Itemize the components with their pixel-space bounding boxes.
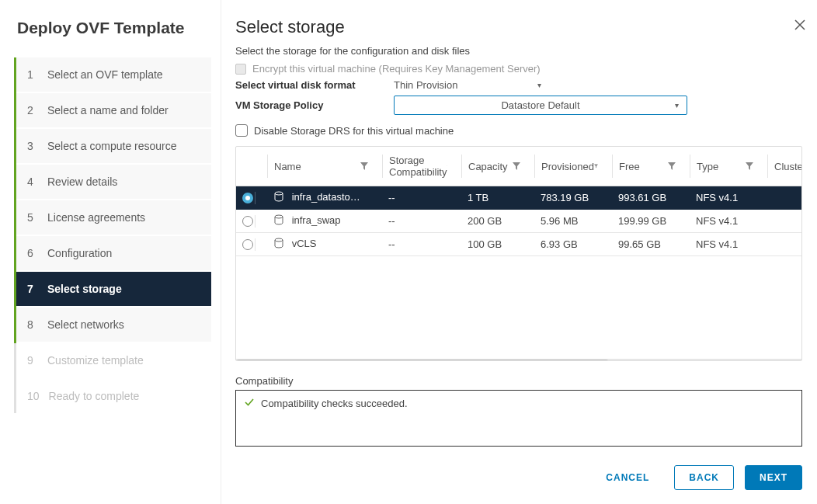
storage-policy-row: VM Storage Policy Datastore Default ▾ <box>235 96 812 115</box>
col-free-label: Free <box>619 161 640 172</box>
step-configuration[interactable]: 6 Configuration <box>16 236 211 272</box>
storage-policy-value: Datastore Default <box>501 99 579 111</box>
step-select-ovf-template[interactable]: 1 Select an OVF template <box>16 57 211 93</box>
col-name[interactable]: Name <box>267 147 382 186</box>
step-select-networks[interactable]: 8 Select networks <box>16 308 211 343</box>
table-row[interactable]: infra_swap -- 200 GB 5.96 MB 199.99 GB N… <box>236 210 802 233</box>
cell-provisioned: 5.96 MB <box>534 210 612 233</box>
filter-icon[interactable] <box>668 162 676 170</box>
step-label: Select a name and folder <box>47 104 169 116</box>
step-ready-to-complete: 10 Ready to complete <box>16 379 211 413</box>
cell-capacity: 200 GB <box>461 210 534 233</box>
cell-free: 199.99 GB <box>612 210 690 233</box>
step-number: 6 <box>27 247 38 259</box>
col-capacity-label: Capacity <box>468 161 508 172</box>
step-label: Review details <box>47 176 117 188</box>
table-row[interactable]: infra_datasto… -- 1 TB 783.19 GB 993.61 … <box>236 186 802 210</box>
table-h-scrollbar[interactable] <box>236 359 801 361</box>
col-provisioned-label: Provisioned <box>541 161 594 172</box>
disk-format-value: Thin Provision <box>394 79 457 91</box>
encrypt-row: Encrypt this virtual machine (Requires K… <box>235 63 812 75</box>
step-number: 10 <box>27 390 40 402</box>
cell-type: NFS v4.1 <box>690 233 767 256</box>
cell-storage-compat: -- <box>382 186 461 210</box>
filter-icon[interactable] <box>447 162 447 170</box>
step-label: Select storage <box>47 283 122 295</box>
step-number: 5 <box>27 211 38 224</box>
check-icon <box>244 397 255 410</box>
encrypt-checkbox <box>235 64 246 75</box>
filter-icon[interactable] <box>513 162 520 170</box>
compatibility-label: Compatibility <box>235 375 812 387</box>
next-button[interactable]: NEXT <box>745 465 802 490</box>
table-empty-space <box>236 256 801 359</box>
step-number: 3 <box>27 140 38 152</box>
cancel-button[interactable]: CANCEL <box>592 466 663 489</box>
col-provisioned[interactable]: Provisioned <box>534 147 612 186</box>
row-radio[interactable] <box>242 216 253 227</box>
step-select-storage[interactable]: 7 Select storage <box>16 272 211 308</box>
step-select-name-folder[interactable]: 2 Select a name and folder <box>16 93 211 129</box>
cell-type: NFS v4.1 <box>690 186 767 210</box>
chevron-down-icon: ▾ <box>675 101 679 109</box>
cell-name: vCLS <box>292 238 317 249</box>
disable-drs-row: Disable Storage DRS for this virtual mac… <box>235 124 812 137</box>
compatibility-row: Compatibility checks succeeded. <box>244 397 794 410</box>
filter-icon[interactable] <box>594 162 598 170</box>
cell-provisioned: 6.93 GB <box>534 233 612 256</box>
wizard-footer: CANCEL BACK NEXT <box>235 465 802 490</box>
col-storage-compat-label: Storage Compatibility <box>389 155 447 178</box>
close-icon[interactable] <box>794 17 806 35</box>
step-number: 8 <box>27 318 38 331</box>
scrollbar-thumb[interactable] <box>236 360 609 361</box>
storage-policy-select[interactable]: Datastore Default ▾ <box>394 96 687 115</box>
row-radio[interactable] <box>242 193 253 203</box>
main-panel: Select storage Select the storage for th… <box>221 0 817 504</box>
wizard-steps: 1 Select an OVF template 2 Select a name… <box>14 57 211 413</box>
chevron-down-icon: ▾ <box>537 81 541 89</box>
disk-format-row: Select virtual disk format Thin Provisio… <box>235 79 812 91</box>
disk-format-select[interactable]: Thin Provision ▾ <box>394 79 541 91</box>
datastore-icon <box>273 238 284 251</box>
col-capacity[interactable]: Capacity <box>461 147 534 186</box>
row-radio[interactable] <box>242 239 253 250</box>
page-title: Select storage <box>235 17 812 37</box>
datastore-icon <box>273 214 284 228</box>
step-label: Select an OVF template <box>47 68 163 81</box>
step-label: Ready to complete <box>49 390 140 402</box>
page-subtitle: Select the storage for the configuration… <box>235 45 812 57</box>
cell-storage-compat: -- <box>382 210 461 233</box>
cell-free: 99.65 GB <box>612 233 690 256</box>
step-customize-template: 9 Customize template <box>16 343 211 379</box>
disable-drs-checkbox[interactable] <box>235 124 248 137</box>
step-number: 1 <box>27 68 38 81</box>
cell-cluster <box>767 186 802 210</box>
wizard-sidebar: Deploy OVF Template 1 Select an OVF temp… <box>0 0 221 504</box>
step-license-agreements[interactable]: 5 License agreements <box>16 200 211 236</box>
encrypt-label: Encrypt this virtual machine (Requires K… <box>252 63 541 75</box>
cell-type: NFS v4.1 <box>690 210 767 233</box>
step-label: License agreements <box>47 211 145 224</box>
filter-icon[interactable] <box>360 162 368 170</box>
step-number: 9 <box>27 354 38 367</box>
cell-free: 993.61 GB <box>612 186 690 210</box>
table-row[interactable]: vCLS -- 100 GB 6.93 GB 99.65 GB NFS v4.1 <box>236 233 802 256</box>
cell-name: infra_datasto… <box>292 191 360 203</box>
step-select-compute-resource[interactable]: 3 Select a compute resource <box>16 129 211 165</box>
back-button[interactable]: BACK <box>674 465 734 490</box>
col-type[interactable]: Type <box>690 147 767 186</box>
col-cluster-label: Cluster <box>774 161 802 172</box>
col-storage-compat[interactable]: Storage Compatibility <box>382 147 461 186</box>
col-free[interactable]: Free <box>612 147 690 186</box>
col-cluster[interactable]: Cluster <box>767 147 802 186</box>
cell-cluster <box>767 233 802 256</box>
step-number: 7 <box>27 283 38 295</box>
wizard-title: Deploy OVF Template <box>14 19 211 37</box>
compatibility-box: Compatibility checks succeeded. <box>235 390 802 447</box>
step-review-details[interactable]: 4 Review details <box>16 165 211 200</box>
filter-icon[interactable] <box>746 162 753 170</box>
datastore-table: Name Storage Compatibility Capacity <box>235 146 802 361</box>
cell-name: infra_swap <box>292 214 341 226</box>
cell-storage-compat: -- <box>382 233 461 256</box>
step-label: Configuration <box>47 247 112 259</box>
